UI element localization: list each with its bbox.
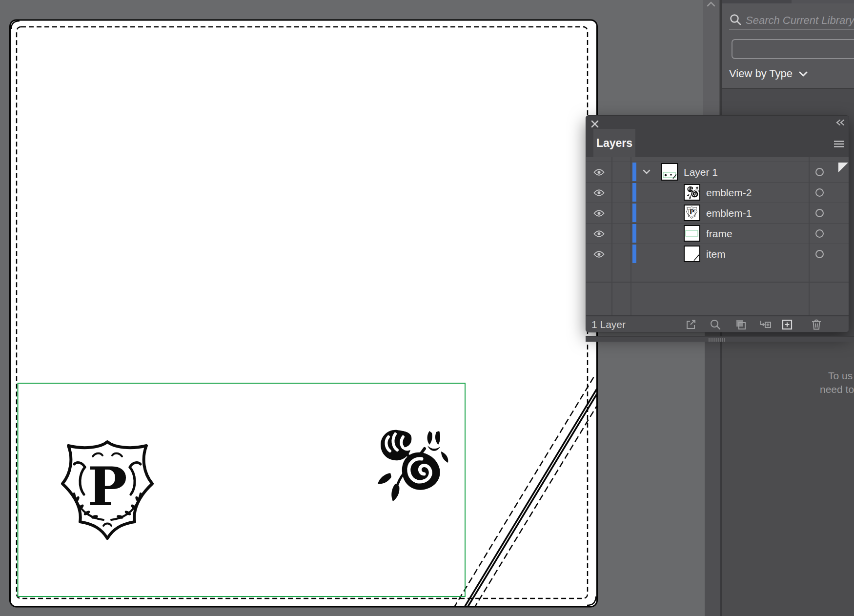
lock-toggle[interactable] bbox=[612, 162, 630, 182]
dock-gutter-strip bbox=[705, 342, 720, 616]
eye-icon bbox=[593, 189, 605, 196]
target-circle[interactable] bbox=[815, 229, 824, 238]
target-circle[interactable] bbox=[815, 168, 824, 176]
libraries-tab-strip-right bbox=[792, 0, 854, 3]
view-by-type-label: View by Type bbox=[729, 67, 793, 80]
visibility-toggle[interactable] bbox=[586, 162, 611, 182]
eye-icon bbox=[593, 210, 605, 217]
row-separator bbox=[586, 282, 849, 283]
layer-row-emblem2[interactable]: emblem-2 bbox=[586, 182, 849, 203]
locate-object-icon[interactable] bbox=[709, 318, 722, 331]
clipping-mask-icon[interactable] bbox=[734, 318, 747, 331]
layer-thumbnail-frame[interactable] bbox=[684, 225, 700, 242]
visibility-toggle[interactable] bbox=[586, 183, 611, 203]
library-action-button[interactable] bbox=[732, 39, 854, 59]
collapse-panel-icon[interactable] bbox=[835, 119, 846, 126]
panel-menu-icon[interactable] bbox=[834, 140, 844, 148]
collect-for-export-icon[interactable] bbox=[685, 318, 697, 331]
layer-row-layer1[interactable]: Layer 1 bbox=[586, 162, 849, 182]
target-circle[interactable] bbox=[815, 188, 824, 197]
target-circle[interactable] bbox=[815, 250, 824, 258]
chevron-up-icon[interactable] bbox=[706, 1, 716, 7]
selection-color-bar bbox=[632, 204, 636, 222]
layers-panel-statusbar: 1 Layer bbox=[586, 315, 849, 332]
visibility-toggle[interactable] bbox=[586, 224, 611, 244]
layer-name[interactable]: frame bbox=[706, 224, 732, 244]
layer-thumbnail-item[interactable] bbox=[684, 246, 700, 262]
illustrator-workspace: { "canvas": { "monogram": "P", "objects"… bbox=[0, 0, 854, 616]
libraries-message-line1: To us bbox=[828, 370, 853, 382]
layer-row-emblem1[interactable]: emblem-1 bbox=[586, 203, 849, 223]
new-layer-icon[interactable] bbox=[781, 318, 793, 331]
visibility-toggle[interactable] bbox=[586, 203, 611, 223]
search-field-underline bbox=[729, 29, 854, 30]
eye-icon bbox=[593, 169, 605, 176]
lock-toggle[interactable] bbox=[612, 203, 630, 223]
search-input[interactable] bbox=[745, 13, 854, 28]
selection-color-bar bbox=[632, 245, 636, 263]
selection-color-bar bbox=[632, 183, 636, 202]
layer-count: 1 Layer bbox=[591, 316, 626, 332]
new-sublayer-icon[interactable] bbox=[759, 318, 772, 331]
layers-list: Layer 1 emblem-2 bbox=[586, 157, 849, 315]
layer-name[interactable]: emblem-1 bbox=[706, 203, 752, 224]
libraries-message-line2: need to bbox=[820, 384, 854, 395]
visibility-toggle[interactable] bbox=[586, 244, 611, 264]
selection-color-bar bbox=[632, 163, 636, 181]
layer-name[interactable]: Layer 1 bbox=[684, 162, 718, 183]
layer-name[interactable]: emblem-2 bbox=[706, 183, 752, 203]
lock-toggle[interactable] bbox=[612, 183, 630, 203]
lock-toggle[interactable] bbox=[612, 224, 630, 244]
panel-splitter[interactable] bbox=[586, 336, 854, 342]
target-circle[interactable] bbox=[815, 209, 824, 217]
layer-thumbnail-layer1[interactable] bbox=[661, 163, 678, 181]
layer-thumbnail-emblem2[interactable] bbox=[684, 184, 700, 201]
eye-icon bbox=[593, 230, 605, 237]
layers-tab-label: Layers bbox=[596, 137, 632, 150]
close-icon[interactable] bbox=[590, 120, 599, 128]
trash-icon[interactable] bbox=[810, 318, 823, 331]
chevron-down-icon bbox=[798, 71, 808, 77]
layer-row-item[interactable]: item bbox=[586, 244, 849, 264]
layer-row-frame[interactable]: frame bbox=[586, 223, 849, 244]
layer-thumbnail-emblem1[interactable] bbox=[684, 205, 700, 221]
tab-layers[interactable]: Layers bbox=[593, 129, 635, 157]
splitter-grip-handle[interactable] bbox=[709, 338, 726, 342]
eye-icon bbox=[593, 251, 605, 258]
layers-panel: Layers bbox=[586, 115, 849, 332]
layer-name[interactable]: item bbox=[706, 244, 726, 265]
selection-color-bar bbox=[632, 224, 636, 243]
view-by-type-dropdown[interactable]: View by Type bbox=[729, 67, 808, 80]
selection-corner-indicator bbox=[838, 163, 848, 172]
search-icon bbox=[729, 13, 742, 26]
chevron-down-icon[interactable] bbox=[642, 168, 651, 175]
layers-panel-header[interactable]: Layers bbox=[586, 116, 849, 157]
canvas-scrollbar-track[interactable] bbox=[703, 0, 719, 115]
lock-toggle[interactable] bbox=[612, 244, 630, 264]
libraries-tab-strip[interactable] bbox=[722, 0, 792, 3]
